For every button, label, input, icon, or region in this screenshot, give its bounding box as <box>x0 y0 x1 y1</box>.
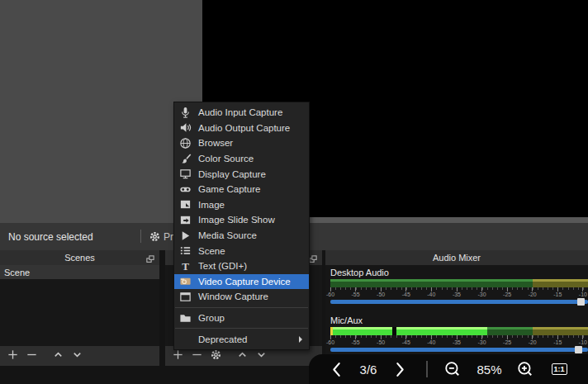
volume-slider-handle[interactable] <box>575 346 582 353</box>
scenes-panel-title: Scenes <box>64 253 95 263</box>
tick: -40 <box>427 335 435 345</box>
source-properties-button[interactable] <box>209 349 223 363</box>
globe-icon <box>178 137 192 149</box>
zoom-out-button[interactable] <box>444 361 461 377</box>
tick: -40 <box>427 287 435 297</box>
menu-item-media-source[interactable]: Media Source <box>174 228 309 244</box>
scenes-panel-header: Scenes <box>0 250 159 265</box>
tick-value: -45 <box>402 339 410 345</box>
move-scene-up-button[interactable] <box>51 349 65 363</box>
move-source-down-button[interactable] <box>254 349 268 363</box>
tick-value: -40 <box>427 292 435 297</box>
menu-item-label: Audio Input Capture <box>198 107 282 117</box>
meter-segment <box>533 327 588 335</box>
menu-item-scene[interactable]: Scene <box>174 243 309 258</box>
tick: -20 <box>529 287 537 297</box>
tick-value: -20 <box>529 292 537 297</box>
remove-scene-button[interactable] <box>25 349 39 363</box>
menu-item-game-capture[interactable]: Game Capture <box>174 182 309 197</box>
image-icon <box>178 198 192 211</box>
tick-value: -10 <box>579 292 587 297</box>
tick: -10 <box>579 335 587 345</box>
tick: -10 <box>579 287 587 297</box>
menu-item-deprecated[interactable]: Deprecated <box>174 331 309 347</box>
menu-item-color-source[interactable]: Color Source <box>174 151 309 167</box>
menu-item-label: Group <box>198 313 225 323</box>
scene-list-icon <box>178 244 192 257</box>
menu-item-label: Audio Output Capture <box>198 123 290 133</box>
menu-item-label: Image Slide Show <box>198 215 275 225</box>
move-source-up-button[interactable] <box>235 349 249 363</box>
add-scene-button[interactable] <box>6 349 20 363</box>
tick: -55 <box>352 287 360 297</box>
menu-item-group[interactable]: Group <box>174 311 309 326</box>
folder-icon <box>178 312 192 325</box>
tick-value: -60 <box>326 292 334 297</box>
menu-item-window-capture[interactable]: Window Capture <box>174 289 309 305</box>
audio-mixer-title: Audio Mixer <box>433 253 481 263</box>
scenes-list: Scene <box>0 265 159 346</box>
volume-slider[interactable] <box>330 298 588 306</box>
minus-icon <box>26 348 38 364</box>
tick: -45 <box>402 335 410 345</box>
menu-item-audio-output-capture[interactable]: Audio Output Capture <box>174 121 309 136</box>
remove-source-button[interactable] <box>190 349 204 363</box>
menu-item-label: Deprecated <box>198 334 247 344</box>
channel-name-label: Mic/Aux <box>330 315 588 326</box>
previous-page-button[interactable] <box>330 362 343 377</box>
tick: -15 <box>553 287 562 297</box>
meter-segment <box>330 327 392 335</box>
meter-segment <box>396 327 487 335</box>
menu-item-label: Video Capture Device <box>198 277 291 287</box>
volume-slider[interactable] <box>330 346 588 353</box>
tick: -15 <box>553 335 562 345</box>
volume-meter <box>330 279 588 287</box>
move-scene-down-button[interactable] <box>70 349 84 363</box>
meter-segment <box>487 327 533 335</box>
tick-value: -20 <box>529 339 537 345</box>
no-source-selected-label: No source selected <box>8 231 93 243</box>
volume-slider-handle[interactable] <box>577 298 585 306</box>
audio-mixer-header: Audio Mixer <box>325 250 588 265</box>
tick: -25 <box>503 335 511 345</box>
zoom-level-label: 85% <box>474 363 505 377</box>
volume-slider-track <box>330 348 588 352</box>
tick: -50 <box>377 287 385 297</box>
page-indicator: 3/6 <box>354 363 382 377</box>
menu-item-video-capture-device[interactable]: Video Capture Device <box>174 274 309 290</box>
dock-icon[interactable] <box>145 253 155 263</box>
menu-item-browser[interactable]: Browser <box>174 135 309 151</box>
camera-icon <box>178 275 192 287</box>
menu-item-display-capture[interactable]: Display Capture <box>174 166 309 182</box>
speaker-icon <box>178 121 192 134</box>
zoom-in-button[interactable] <box>517 361 533 377</box>
obs-screenshot-root: No source selected Prop Scenes Scene Aud… <box>0 0 588 384</box>
gear-icon <box>149 230 162 244</box>
tick: -60 <box>326 335 334 345</box>
next-page-button[interactable] <box>394 362 406 377</box>
minus-icon <box>191 348 203 364</box>
menu-separator <box>175 307 308 308</box>
menu-item-label: Color Source <box>198 154 254 164</box>
mixer-channel-desktop-audio: Desktop Audio-60-55-50-45-40-35-30-25-20… <box>330 268 588 306</box>
tick-value: -55 <box>352 339 360 345</box>
tick: -55 <box>352 335 360 345</box>
menu-item-image-slide-show[interactable]: Image Slide Show <box>174 212 309 228</box>
menu-item-text-gdi[interactable]: TText (GDI+) <box>174 258 309 274</box>
window-icon <box>178 291 192 303</box>
menu-item-audio-input-capture[interactable]: Audio Input Capture <box>174 105 309 121</box>
scene-list-item[interactable]: Scene <box>0 265 159 279</box>
actual-size-button[interactable]: 1:1 <box>552 363 567 375</box>
tick: -20 <box>529 335 537 345</box>
menu-item-image[interactable]: Image <box>174 197 309 213</box>
add-source-button[interactable] <box>171 349 185 363</box>
menu-item-label: Game Capture <box>198 184 260 194</box>
scenes-toolbar <box>0 346 159 366</box>
menu-item-label: Window Capture <box>198 292 268 301</box>
meter-segment <box>330 279 533 287</box>
menu-item-label: Browser <box>198 138 233 148</box>
tick-value: -40 <box>427 339 435 345</box>
tick: -30 <box>477 335 486 345</box>
blank-icon <box>178 333 192 345</box>
volume-meter <box>330 327 588 335</box>
